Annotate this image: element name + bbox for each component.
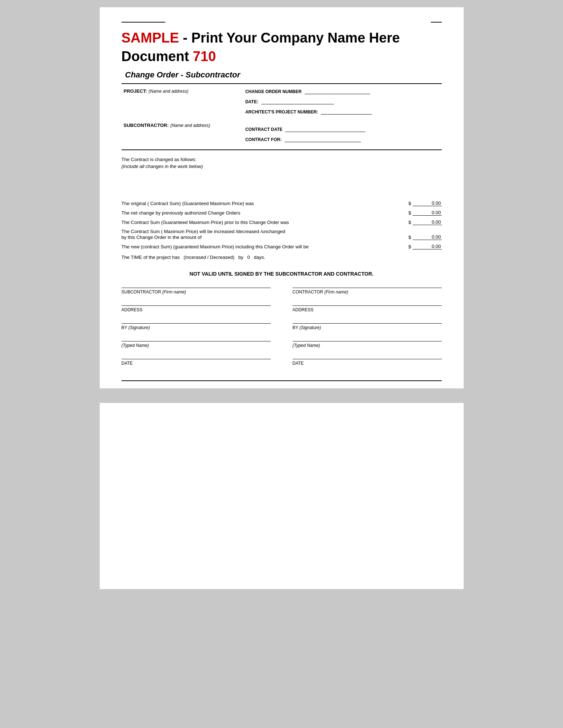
row3-amount: $ 0.00 [398,219,442,225]
subcontractor-date-col: DATE [122,359,271,366]
sig-row-by: BY (Signature) BY (Signature) [122,323,442,330]
not-valid-section: NOT VALID UNTIL SIGNED BY THE SUBCONTRAC… [122,271,442,277]
subcontractor-name-line [122,288,271,288]
subcontractor-label: SUBCONTRACTOR: [124,123,169,128]
row3-value: 0.00 [413,219,442,225]
row4b-text: by this Change Order in the amount of [122,235,398,240]
contractor-address-col: ADDRESS [293,305,442,312]
time-text1: The TIME of the project has [122,255,180,260]
sig-row-name: SUBCONTRACTOR (Firm name) CONTRACTOR (Fi… [122,288,442,295]
contractor-address-line [293,305,442,306]
subcontractor-sub: (Name and address) [170,123,210,128]
contract-text-line2: (Include all changes in the work below) [122,164,442,169]
top-line-left-decoration [122,22,165,23]
sig-row-typed-name: (Typed Name) (Typed Name) [122,341,442,348]
row2-amount: $ 0.00 [398,210,442,216]
architect-row: ARCHITECT'S PROJECT NUMBER: [245,108,440,115]
change-order-number-input [305,88,370,94]
financial-row-2: The net change by previously authorized … [122,210,442,216]
contractor-by-line [293,323,442,324]
financial-row-3: The Contract Sum (Guaranteed Maximum Pri… [122,219,442,225]
date-input [261,98,334,104]
contractor-date-col: DATE [293,359,442,366]
row4-dollar: $ [408,235,411,240]
subcontractor-address-line [122,305,271,306]
subcontractor-name-label: SUBCONTRACTOR (Firm name) [122,289,271,295]
contract-for-label: CONTRACT FOR: [245,137,282,142]
subtitle: Change Order - Subcontractor [122,70,442,80]
contract-date-row: CONTRACT DATE [245,125,440,132]
row2-text: The net change by previously authorized … [122,210,398,216]
not-valid-text: NOT VALID UNTIL SIGNED BY THE SUBCONTRAC… [190,271,373,277]
row5-text: The new (contract Sum) (guaranteed Maxim… [122,244,398,249]
contractor-by-col: BY (Signature) [293,323,442,330]
contract-section: The Contract is changed as follows: (Inc… [122,150,442,179]
contract-for-input [285,136,361,142]
doc-number: 710 [193,49,216,64]
left-col-top: PROJECT: (Name and address) [122,84,243,122]
date-row: DATE: [245,98,440,104]
subcontractor-by-col: BY (Signature) [122,323,271,330]
subcontractor-by-label: BY (Signature) [122,325,271,330]
title-rest: - Print Your Company Name Here [179,30,400,45]
subcontractor-typed-label: (Typed Name) [122,343,271,348]
subcontractor-by-line [122,323,271,324]
time-text4: days. [254,255,265,260]
financials-section: The original ( Contract Sum) (Guaranteed… [122,200,442,249]
sig-row-address: ADDRESS ADDRESS [122,305,442,312]
contractor-typed-line [293,341,442,341]
contractor-typed-col: (Typed Name) [293,341,442,348]
contract-date-input [285,125,365,132]
contractor-name-col: CONTRACTOR (Firm name) [293,288,442,295]
architect-label: ARCHITECT'S PROJECT NUMBER: [245,109,318,115]
document-page: SAMPLE - Print Your Company Name Here Do… [100,7,464,589]
contractor-date-line [293,359,442,359]
right-col-bottom: CONTRACT DATE CONTRACT FOR: [243,122,442,149]
sample-text: SAMPLE [122,30,179,45]
financial-row-4b: by this Change Order in the amount of $ … [122,234,442,240]
row5-dollar: $ [408,244,411,249]
doc-number-line: Document 710 [122,49,442,64]
row5-value: 0.00 [413,244,442,249]
change-order-number-label: CHANGE ORDER NUMBER [245,89,302,94]
contractor-by-label: BY (Signature) [293,325,442,330]
subcontractor-address-label: ADDRESS [122,307,271,312]
top-line-right-decoration [431,22,442,23]
bottom-footer-rule [122,380,442,381]
main-title: SAMPLE - Print Your Company Name Here [122,30,442,47]
project-label: PROJECT: [124,88,147,94]
subcontractor-date-line [122,359,271,359]
signature-section: SUBCONTRACTOR (Firm name) CONTRACTOR (Fi… [122,288,442,366]
row1-text: The original ( Contract Sum) (Guaranteed… [122,201,398,206]
financial-row-5: The new (contract Sum) (guaranteed Maxim… [122,244,442,249]
contract-date-label: CONTRACT DATE [245,127,282,132]
change-order-number-row: CHANGE ORDER NUMBER [245,88,440,94]
right-col-top: CHANGE ORDER NUMBER DATE: ARCHITECT'S PR… [243,84,442,122]
time-text3: by [238,255,243,260]
row1-value: 0.00 [413,200,442,206]
row1-dollar: $ [408,201,411,206]
contract-for-row: CONTRACT FOR: [245,136,440,142]
left-col-bottom: SUBCONTRACTOR: (Name and address) [122,122,243,149]
header-table: PROJECT: (Name and address) CHANGE ORDER… [122,84,442,149]
subcontractor-date-label: DATE [122,361,271,366]
subcontractor-typed-line [122,341,271,341]
page-footer-gray [100,388,464,403]
sig-row-date: DATE DATE [122,359,442,366]
contractor-address-label: ADDRESS [293,307,442,312]
row4-value: 0.00 [413,234,442,240]
time-days-value: 0 [247,255,250,260]
contractor-name-label: CONTRACTOR (Firm name) [293,289,442,295]
contract-text-line1: The Contract is changed as follows: [122,157,442,162]
row1-amount: $ 0.00 [398,200,442,206]
row5-amount: $ 0.00 [398,244,442,249]
architect-input [321,108,372,115]
row3-text: The Contract Sum (Guaranteed Maximum Pri… [122,220,398,225]
date-label: DATE: [245,99,258,104]
contractor-date-label: DATE [293,361,442,366]
doc-label: Document [122,49,193,64]
subcontractor-address-col: ADDRESS [122,305,271,312]
time-row: The TIME of the project has (Incerased /… [122,255,442,260]
contractor-name-line [293,288,442,288]
row2-dollar: $ [408,210,411,216]
